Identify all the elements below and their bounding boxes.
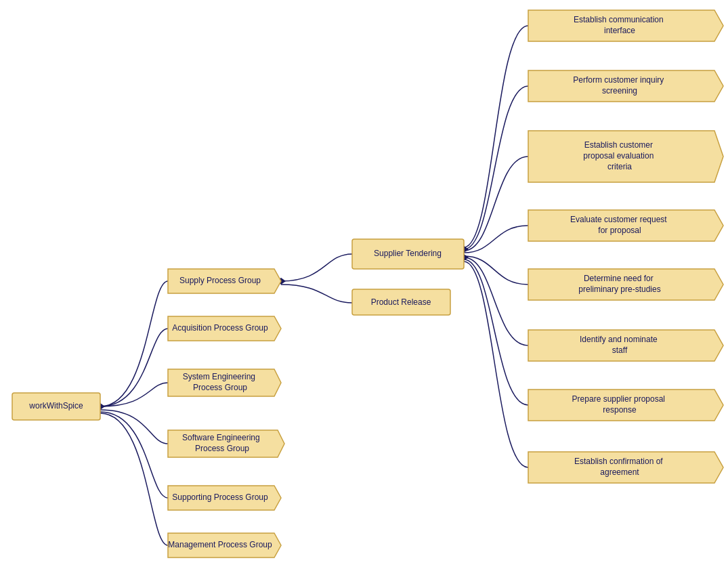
node-supply[interactable]: Supply Process Group — [168, 269, 281, 293]
node-customer-inquiry[interactable]: Perform customer inquiry screening — [528, 70, 723, 102]
node-comm-interface[interactable]: Establish communication interface — [528, 10, 723, 41]
node-confirmation[interactable]: Establish confirmation of agreement — [528, 452, 723, 483]
node-tendering-label: Supplier Tendering — [374, 249, 442, 258]
node-acquisition-label: Acquisition Process Group — [172, 323, 268, 333]
node-root[interactable]: workWithSpice — [12, 393, 100, 420]
edge-root-acquisition — [100, 329, 168, 406]
node-eval-request[interactable]: Evaluate customer request for proposal — [528, 210, 723, 241]
node-supply-label: Supply Process Group — [179, 276, 261, 285]
node-supplier-proposal[interactable]: Prepare supplier proposal response — [528, 390, 723, 421]
edge-root-supporting — [100, 412, 168, 498]
node-supporting[interactable]: Supporting Process Group — [168, 486, 281, 510]
node-eval-criteria[interactable]: Establish customer proposal evaluation c… — [528, 131, 723, 182]
node-management-label: Management Process Group — [168, 540, 272, 549]
edge-root-syseng — [100, 383, 168, 406]
edge-tendering-confirm — [464, 261, 528, 467]
node-product-release[interactable]: Product Release — [352, 289, 450, 315]
node-softeng[interactable]: Software Engineering Process Group — [168, 430, 284, 457]
node-prelim-studies[interactable]: Determine need for preliminary pre-studi… — [528, 269, 723, 300]
node-syseng[interactable]: System Engineering Process Group — [168, 369, 281, 396]
edge-tendering-criteria — [464, 156, 528, 251]
edge-supply-tendering — [281, 254, 352, 281]
edge-tendering-staff — [464, 257, 528, 345]
process-diagram: workWithSpice Supply Process Group Acqui… — [0, 0, 728, 567]
node-management[interactable]: Management Process Group — [168, 533, 281, 558]
edge-supply-release — [281, 285, 352, 303]
node-supplier-tendering[interactable]: Supplier Tendering — [352, 239, 464, 269]
node-root-label: workWithSpice — [28, 401, 83, 411]
node-acquisition[interactable]: Acquisition Process Group — [168, 316, 281, 341]
edge-tendering-inquiry — [464, 86, 528, 249]
node-release-label: Product Release — [371, 297, 431, 307]
edge-tendering-proposal — [464, 259, 528, 405]
node-identify-staff[interactable]: Identify and nominate staff — [528, 330, 723, 361]
node-supporting-label: Supporting Process Group — [172, 492, 268, 502]
edge-tendering-comm — [464, 26, 528, 247]
